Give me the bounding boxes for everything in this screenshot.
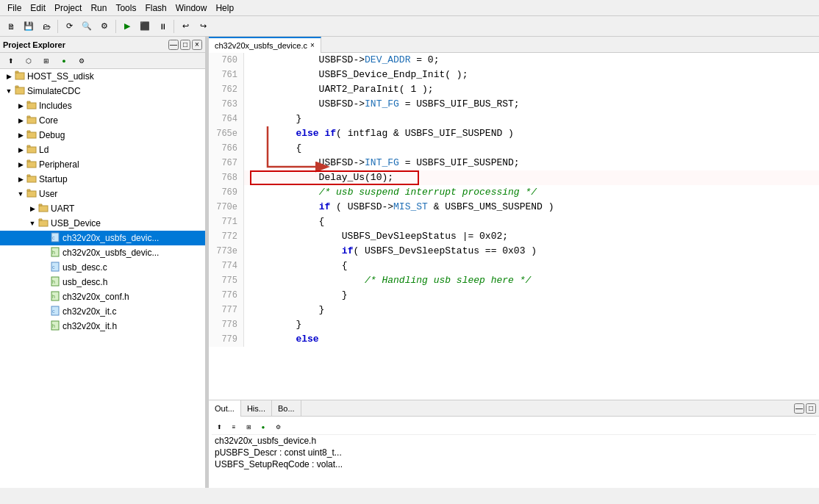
menu-run[interactable]: Run bbox=[86, 1, 111, 15]
bottom-btn-3[interactable]: ⊞ bbox=[243, 421, 254, 433]
line-content-772[interactable]: USBFS_DevSleepStatus |= 0x02; bbox=[244, 229, 819, 244]
explorer-btn-2[interactable]: ⬡ bbox=[21, 53, 37, 69]
line-content-773[interactable]: if( USBFS_DevSleepStatus == 0x03 ) bbox=[244, 244, 819, 259]
toolbar-btn-2[interactable]: 💾 bbox=[21, 18, 37, 35]
explorer-btn-3[interactable]: ⊞ bbox=[38, 53, 54, 69]
line-content-779[interactable]: else bbox=[244, 332, 819, 347]
bottom-panel-maximize[interactable]: □ bbox=[806, 403, 816, 414]
menu-file[interactable]: File bbox=[3, 1, 26, 15]
bottom-btn-5[interactable]: ⚙ bbox=[272, 421, 284, 433]
bottom-tab-bo[interactable]: Bo... bbox=[272, 400, 301, 417]
token-plain: USBFSD-> bbox=[250, 98, 365, 109]
tree-item-includes[interactable]: ▶Includes bbox=[0, 98, 205, 113]
code-line-771: 771 { bbox=[209, 215, 819, 229]
line-content-768[interactable]: Delay_Us(10); bbox=[244, 170, 819, 185]
tree-expand-icon-simulate_cdc[interactable]: ▼ bbox=[3, 87, 15, 95]
tree-item-usb_desc_h[interactable]: husb_desc.h bbox=[0, 275, 205, 289]
tree-item-core[interactable]: ▶Core bbox=[0, 113, 205, 128]
panel-maximize[interactable]: □ bbox=[180, 40, 190, 50]
menu-flash[interactable]: Flash bbox=[140, 1, 171, 15]
tree-item-file1[interactable]: cch32v20x_usbfs_devic... bbox=[0, 231, 205, 245]
line-content-771[interactable]: { bbox=[244, 215, 819, 229]
menu-project[interactable]: Project bbox=[50, 1, 86, 15]
tree-item-user[interactable]: ▼User bbox=[0, 187, 205, 201]
token-kw: if bbox=[319, 201, 331, 212]
tree-item-startup[interactable]: ▶Startup bbox=[0, 172, 205, 187]
line-content-765[interactable]: else if( intflag & USBFS_UIF_SUSPEND ) bbox=[244, 126, 819, 141]
tree-expand-icon-peripheral[interactable]: ▶ bbox=[15, 161, 26, 168]
toolbar-btn-5[interactable]: 🔍 bbox=[79, 18, 95, 35]
code-editor[interactable]: 760 USBFSD->DEV_ADDR = 0;761 USBFS_Devic… bbox=[209, 53, 819, 400]
line-content-775[interactable]: /* Handling usb sleep here */ bbox=[244, 273, 819, 288]
toolbar-btn-build[interactable]: ▶ bbox=[119, 18, 135, 35]
tree-expand-icon-usb_device[interactable]: ▼ bbox=[26, 220, 38, 227]
line-content-769[interactable]: /* usb suspend interrupt processing */ bbox=[244, 185, 819, 200]
tree-item-usb_desc_c[interactable]: cusb_desc.c bbox=[0, 260, 205, 275]
tree-item-ch32v20x_it_c[interactable]: cch32v20x_it.c bbox=[0, 304, 205, 319]
tree-item-ch32v20x_conf_h[interactable]: hch32v20x_conf.h bbox=[0, 289, 205, 304]
bottom-panel-minimize[interactable]: — bbox=[794, 403, 804, 414]
line-content-761[interactable]: USBFS_Device_Endp_Init( ); bbox=[244, 68, 819, 82]
tree-item-uart[interactable]: ▶UART bbox=[0, 201, 205, 216]
tree-item-usb_device[interactable]: ▼USB_Device bbox=[0, 216, 205, 231]
toolbar-btn-7[interactable]: ⏸ bbox=[154, 18, 171, 35]
toolbar-btn-debug[interactable]: ⬛ bbox=[137, 18, 153, 35]
bottom-btn-2[interactable]: ≡ bbox=[228, 421, 240, 433]
panel-close[interactable]: × bbox=[192, 40, 202, 50]
tree-item-label-ld: Ld bbox=[39, 145, 49, 155]
bottom-item[interactable]: ch32v20x_usbfs_device.h bbox=[212, 435, 816, 447]
tree-expand-icon-user[interactable]: ▼ bbox=[15, 190, 26, 198]
tree-item-ld[interactable]: ▶Ld bbox=[0, 143, 205, 157]
bottom-item[interactable]: pUSBFS_Descr : const uint8_t... bbox=[212, 447, 816, 458]
tree-item-peripheral[interactable]: ▶Peripheral bbox=[0, 157, 205, 172]
tree-expand-icon-ld[interactable]: ▶ bbox=[15, 146, 26, 154]
tree-item-ch32v20x_it_h[interactable]: hch32v20x_it.h bbox=[0, 319, 205, 334]
bottom-btn-1[interactable]: ⬆ bbox=[213, 421, 225, 433]
menu-edit[interactable]: Edit bbox=[26, 1, 50, 15]
tree-expand-icon-core[interactable]: ▶ bbox=[15, 117, 26, 124]
line-content-770[interactable]: if ( USBFSD->MIS_ST & USBFS_UMS_SUSPEND … bbox=[244, 200, 819, 215]
tree-item-simulate_cdc[interactable]: ▼SimulateCDC bbox=[0, 84, 205, 98]
line-content-777[interactable]: } bbox=[244, 303, 819, 317]
code-line-761: 761 USBFS_Device_Endp_Init( ); bbox=[209, 68, 819, 82]
toolbar-btn-8[interactable]: ↩ bbox=[177, 18, 193, 35]
svg-marker-1 bbox=[15, 71, 18, 73]
menu-tools[interactable]: Tools bbox=[111, 1, 140, 15]
line-content-764[interactable]: } bbox=[244, 112, 819, 126]
menu-window[interactable]: Window bbox=[171, 1, 212, 15]
bottom-tab-his[interactable]: His... bbox=[241, 400, 272, 417]
tree-expand-icon-debug[interactable]: ▶ bbox=[15, 132, 26, 139]
tree-expand-icon-includes[interactable]: ▶ bbox=[15, 102, 26, 109]
tree-item-file2[interactable]: hch32v20x_usbfs_devic... bbox=[0, 245, 205, 260]
line-content-760[interactable]: USBFSD->DEV_ADDR = 0; bbox=[244, 53, 819, 68]
tree-expand-icon-uart[interactable]: ▶ bbox=[26, 205, 38, 212]
bottom-btn-4[interactable]: ● bbox=[257, 421, 269, 433]
tree-expand-icon-host_ss_udisk[interactable]: ▶ bbox=[3, 73, 15, 80]
token-macro: MIS_ST bbox=[393, 201, 428, 212]
tree-item-host_ss_udisk[interactable]: ▶HOST_SS_udisk bbox=[0, 69, 205, 84]
editor-tab-active[interactable]: ch32v20x_usbfs_device.c × bbox=[209, 37, 321, 53]
toolbar-btn-1[interactable]: 🗎 bbox=[3, 18, 19, 35]
bottom-item[interactable]: USBFS_SetupReqCode : volat... bbox=[212, 458, 816, 470]
line-number-765: 765e bbox=[209, 126, 244, 141]
line-content-776[interactable]: } bbox=[244, 288, 819, 303]
tab-close-btn[interactable]: × bbox=[310, 41, 315, 49]
toolbar-btn-9[interactable]: ↪ bbox=[195, 18, 211, 35]
line-content-762[interactable]: UART2_ParaInit( 1 ); bbox=[244, 82, 819, 97]
toolbar-btn-4[interactable]: ⟳ bbox=[61, 18, 77, 35]
line-content-766[interactable]: { bbox=[244, 141, 819, 156]
panel-minimize[interactable]: — bbox=[168, 40, 179, 50]
line-content-767[interactable]: USBFSD->INT_FG = USBFS_UIF_SUSPEND; bbox=[244, 156, 819, 170]
tree-item-debug[interactable]: ▶Debug bbox=[0, 128, 205, 143]
line-content-763[interactable]: USBFSD->INT_FG = USBFS_UIF_BUS_RST; bbox=[244, 97, 819, 112]
line-content-774[interactable]: { bbox=[244, 259, 819, 273]
explorer-btn-5[interactable]: ⚙ bbox=[74, 53, 90, 69]
explorer-btn-1[interactable]: ⬆ bbox=[3, 53, 19, 69]
bottom-tab-out[interactable]: Out... bbox=[209, 400, 241, 417]
line-content-778[interactable]: } bbox=[244, 317, 819, 332]
toolbar-btn-6[interactable]: ⚙ bbox=[96, 18, 112, 35]
toolbar-btn-3[interactable]: 🗁 bbox=[38, 18, 54, 35]
explorer-btn-4[interactable]: ● bbox=[56, 53, 72, 69]
tree-expand-icon-startup[interactable]: ▶ bbox=[15, 176, 26, 183]
menu-help[interactable]: Help bbox=[211, 1, 238, 15]
